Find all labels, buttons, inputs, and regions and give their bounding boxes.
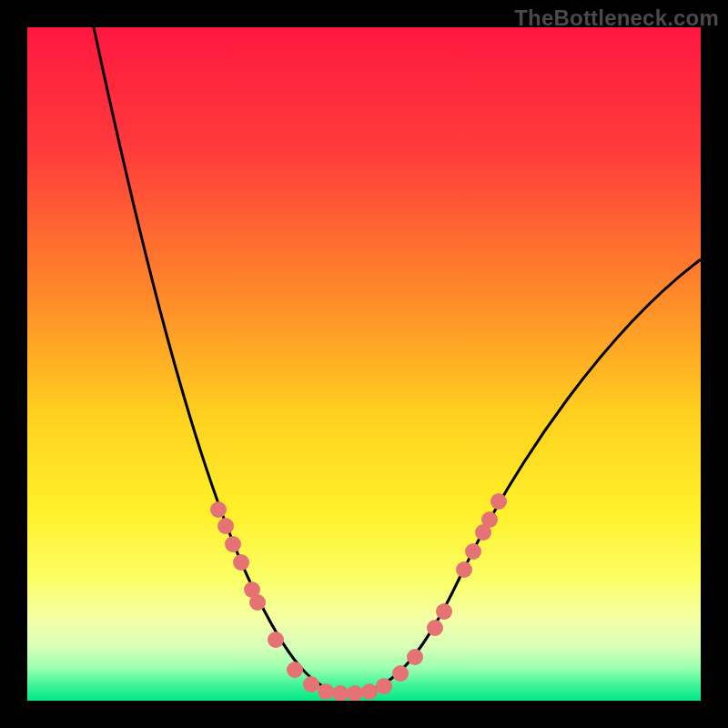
data-marker (376, 678, 392, 694)
data-marker (361, 683, 378, 700)
data-marker (481, 511, 498, 528)
data-marker (490, 493, 507, 510)
bottleneck-curve (94, 27, 701, 693)
data-marker (225, 536, 241, 552)
curve-layer (27, 27, 701, 701)
data-marker (407, 649, 423, 665)
data-marker (332, 685, 349, 701)
data-marker (303, 676, 319, 693)
watermark-text: TheBottleneck.com (514, 5, 719, 31)
data-marker (318, 683, 334, 700)
data-marker (436, 603, 452, 620)
data-marker (210, 501, 227, 518)
chart-frame: TheBottleneck.com (0, 0, 728, 728)
data-marker (249, 594, 266, 611)
data-marker (233, 554, 249, 571)
data-marker (217, 518, 234, 534)
plot-area (27, 27, 701, 701)
data-marker (465, 543, 481, 560)
data-marker (268, 632, 284, 648)
data-marker (347, 685, 363, 701)
data-marker (456, 561, 472, 578)
data-marker (427, 620, 443, 636)
data-marker (287, 662, 303, 678)
marker-group (210, 493, 507, 701)
data-marker (392, 665, 409, 682)
